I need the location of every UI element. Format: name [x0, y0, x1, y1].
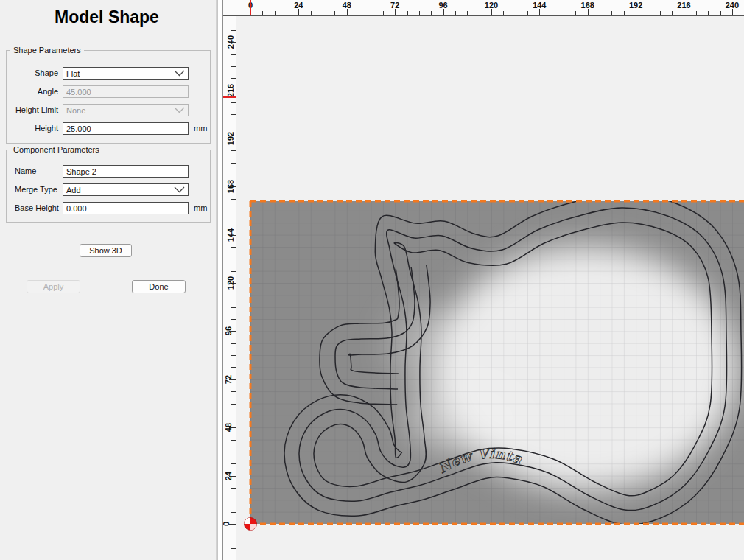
- ruler-label: 192: [629, 1, 642, 10]
- done-button[interactable]: Done: [132, 280, 186, 293]
- merge-type-select[interactable]: Add: [63, 183, 189, 196]
- ruler-tick: [600, 11, 600, 15]
- ruler-tick: [564, 11, 564, 15]
- ruler-tick: [527, 11, 528, 15]
- ruler-cursor-mark: [250, 0, 251, 16]
- ruler-tick: [231, 404, 236, 405]
- ruler-tick: [334, 11, 335, 15]
- ruler-tick: [231, 500, 236, 500]
- chevron-down-icon: [174, 107, 185, 113]
- ruler-tick: [231, 391, 236, 392]
- ruler-label: 24: [224, 471, 233, 480]
- ruler-tick: [231, 259, 236, 259]
- ruler-tick: [539, 9, 540, 15]
- shape-value: Flat: [66, 69, 80, 78]
- angle-input: 45.000: [63, 85, 189, 98]
- ruler-tick: [231, 463, 236, 464]
- ruler-tick: [684, 9, 684, 15]
- height-limit-select: None: [63, 104, 189, 116]
- ruler-tick: [275, 11, 276, 15]
- base-height-value: 0.000: [66, 204, 87, 213]
- ruler-tick: [732, 9, 733, 15]
- ruler-tick: [503, 11, 504, 15]
- shape-label: Shape: [11, 69, 58, 77]
- ruler-tick: [231, 66, 236, 67]
- page-title: Model Shape: [0, 7, 214, 27]
- ruler-tick: [231, 211, 236, 211]
- base-height-label: Base Height: [15, 203, 59, 212]
- ruler-label: 48: [224, 423, 233, 432]
- component-name-input[interactable]: Shape 2: [63, 165, 189, 178]
- ruler-label: 144: [533, 1, 546, 10]
- group-label: Component Parameters: [10, 145, 102, 154]
- ruler-tick: [231, 54, 236, 55]
- ruler-tick: [516, 11, 516, 15]
- ruler-cursor-mark: [223, 96, 236, 98]
- apply-button[interactable]: Apply: [27, 280, 80, 293]
- ruler-tick: [231, 223, 236, 223]
- ruler-label: 96: [224, 326, 233, 335]
- ruler-tick: [231, 78, 236, 79]
- vertical-ruler: 024487296120144168192216240: [223, 16, 236, 560]
- height-label: Height: [11, 124, 58, 133]
- horizontal-ruler: 024487296120144168192216240: [236, 0, 744, 16]
- base-height-row: Base Height 0.000 mm: [11, 202, 207, 214]
- angle-label: Angle: [11, 87, 58, 96]
- ruler-tick: [231, 150, 236, 151]
- height-limit-row: Height Limit None: [11, 104, 207, 116]
- ruler-tick: [231, 271, 236, 272]
- panel-splitter[interactable]: [217, 0, 223, 560]
- ruler-tick: [347, 9, 348, 15]
- ruler-tick: [311, 11, 312, 15]
- material-grid: [250, 201, 744, 524]
- chevron-down-icon: [174, 70, 185, 77]
- height-limit-value: None: [66, 106, 85, 115]
- ruler-tick: [323, 11, 323, 15]
- ruler-tick: [298, 9, 299, 15]
- ruler-tick: [359, 11, 359, 15]
- ruler-label: 72: [224, 375, 233, 384]
- ruler-label: 240: [226, 35, 235, 49]
- base-height-input[interactable]: 0.000: [63, 202, 189, 214]
- ruler-tick: [231, 343, 236, 344]
- ruler-tick: [231, 175, 236, 175]
- ruler-tick: [371, 11, 371, 15]
- ruler-tick: [231, 355, 236, 356]
- ruler-label: 24: [294, 1, 303, 10]
- ruler-tick: [720, 11, 721, 15]
- height-limit-label: Height Limit: [11, 105, 58, 114]
- drawing-view[interactable]: New Vintage: [236, 16, 744, 560]
- ruler-tick: [611, 11, 612, 15]
- ruler-tick: [231, 114, 236, 115]
- ruler-tick: [443, 9, 444, 15]
- ruler-tick: [231, 102, 236, 103]
- ruler-label: 0: [223, 522, 231, 526]
- ruler-tick: [231, 127, 236, 127]
- model-shape-panel: Model Shape Shape Parameters Shape Flat …: [0, 0, 217, 560]
- height-input[interactable]: 25.000: [63, 122, 189, 135]
- ruler-tick: [231, 319, 236, 320]
- origin-marker[interactable]: [245, 518, 257, 531]
- ruler-tick: [231, 199, 236, 200]
- ruler-tick: [231, 536, 236, 536]
- merge-type-label: Merge Type: [15, 185, 57, 194]
- ruler-tick: [419, 11, 420, 15]
- ruler-tick: [588, 9, 589, 15]
- ruler-tick: [262, 11, 263, 15]
- ruler-label: 48: [343, 1, 351, 10]
- shape-select[interactable]: Flat: [63, 67, 189, 80]
- height-row: Height 25.000 mm: [11, 122, 207, 135]
- ruler-tick: [383, 11, 384, 15]
- ruler-tick: [575, 11, 576, 15]
- component-name-value: Shape 2: [66, 167, 96, 176]
- base-height-unit: mm: [194, 203, 207, 212]
- ruler-tick: [624, 11, 625, 15]
- ruler-label: 168: [581, 1, 594, 10]
- ruler-tick: [231, 295, 236, 295]
- show-3d-button[interactable]: Show 3D: [80, 244, 132, 257]
- ruler-tick: [231, 452, 236, 452]
- ruler-label: 216: [226, 83, 235, 97]
- ruler-tick: [287, 11, 287, 15]
- chevron-down-icon: [174, 186, 185, 193]
- ruler-tick: [231, 512, 236, 513]
